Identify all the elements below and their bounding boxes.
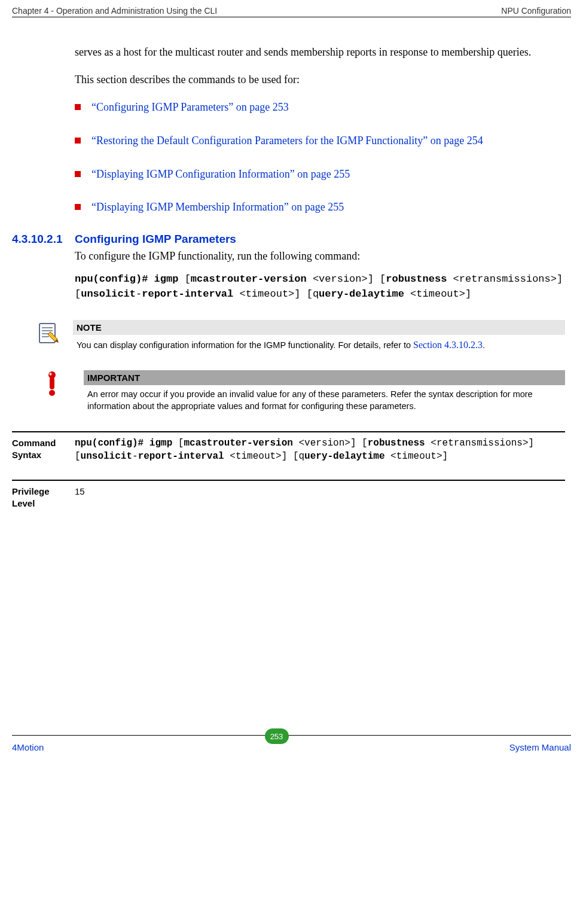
- cmd-fragment: mcastrouter-version: [191, 273, 307, 285]
- page-number-badge: 253: [265, 728, 289, 744]
- section-lead: To configure the IGMP functionality, run…: [75, 248, 565, 265]
- cmd-fragment: [: [172, 438, 184, 449]
- note-period: .: [483, 340, 485, 350]
- header-left: Chapter 4 - Operation and Administration…: [12, 6, 217, 16]
- note-link[interactable]: Section 4.3.10.2.3: [413, 340, 483, 350]
- link-text[interactable]: “Displaying IGMP Membership Information”…: [91, 199, 344, 216]
- cmd-fragment: [: [178, 273, 190, 285]
- note-title: NOTE: [73, 320, 565, 335]
- cmd-fragment: robustness: [386, 273, 447, 285]
- cmd-fragment: report-interval: [138, 451, 224, 462]
- footer-left: 4Motion: [12, 742, 44, 752]
- list-item: “Configuring IGMP Parameters” on page 25…: [75, 99, 565, 116]
- link-list: “Configuring IGMP Parameters” on page 25…: [75, 99, 565, 216]
- section-heading: 4.3.10.2.1 Configuring IGMP Parameters: [12, 233, 571, 246]
- link-text[interactable]: “Configuring IGMP Parameters” on page 25…: [91, 99, 289, 116]
- cmd-fragment: robustness: [368, 438, 425, 449]
- definition-table: Command Syntax npu(config)# igmp [mcastr…: [12, 431, 565, 526]
- bullet-icon: [75, 204, 81, 210]
- important-body: An error may occur if you provide an inv…: [84, 385, 565, 413]
- bullet-icon: [75, 138, 81, 144]
- cmd-fragment: npu(config)# igmp: [75, 438, 172, 449]
- command-syntax-value: npu(config)# igmp [mcastrouter-version <…: [75, 437, 565, 463]
- note-body: You can display configuration informatio…: [73, 335, 565, 353]
- footer-right: System Manual: [509, 742, 571, 752]
- cmd-fragment: <version>] [: [293, 438, 368, 449]
- svg-point-8: [50, 373, 52, 375]
- cmd-fragment: uery-delaytime: [319, 288, 404, 300]
- command-syntax-label: Command Syntax: [12, 437, 75, 463]
- note-callout: NOTE You can display configuration infor…: [36, 320, 565, 353]
- important-callout: IMPORTANT An error may occur if you prov…: [36, 370, 565, 413]
- command-syntax-row: Command Syntax npu(config)# igmp [mcastr…: [12, 431, 565, 480]
- intro-paragraph-1: serves as a host for the multicast route…: [75, 44, 565, 61]
- list-item: “Displaying IGMP Configuration Informati…: [75, 166, 565, 183]
- cmd-fragment: <timeout>] [q: [233, 288, 319, 300]
- list-item: “Restoring the Default Configuration Par…: [75, 133, 565, 150]
- svg-point-7: [49, 390, 55, 396]
- link-text[interactable]: “Displaying IGMP Configuration Informati…: [91, 166, 350, 183]
- cmd-fragment: -: [132, 451, 138, 462]
- cmd-fragment: <version>] [: [307, 273, 386, 285]
- cmd-fragment: uery-delaytime: [304, 451, 384, 462]
- command-example: npu(config)# igmp [mcastrouter-version <…: [75, 272, 565, 301]
- svg-rect-6: [50, 377, 54, 389]
- note-text: You can display configuration informatio…: [77, 340, 413, 350]
- list-item: “Displaying IGMP Membership Information”…: [75, 199, 565, 216]
- header-right: NPU Configuration: [501, 6, 571, 16]
- page-header: Chapter 4 - Operation and Administration…: [12, 6, 571, 17]
- section-title: Configuring IGMP Parameters: [75, 233, 236, 246]
- cmd-fragment: <timeout>] [q: [224, 451, 304, 462]
- cmd-fragment: report-interval: [142, 288, 233, 300]
- svg-rect-0: [39, 324, 55, 343]
- section-number: 4.3.10.2.1: [12, 233, 75, 246]
- link-text[interactable]: “Restoring the Default Configuration Par…: [91, 133, 483, 150]
- bullet-icon: [75, 104, 81, 110]
- cmd-fragment: <timeout>]: [385, 451, 448, 462]
- cmd-fragment: <timeout>]: [404, 288, 471, 300]
- cmd-fragment: npu(config)# igmp: [75, 273, 178, 285]
- important-icon: [36, 370, 84, 399]
- bullet-icon: [75, 171, 81, 177]
- privilege-level-value: 15: [75, 486, 565, 509]
- page-footer: 4Motion 253 System Manual: [12, 735, 571, 755]
- cmd-fragment: mcastrouter-version: [184, 438, 292, 449]
- cmd-fragment: -: [136, 288, 142, 300]
- intro-paragraph-2: This section describes the commands to b…: [75, 72, 565, 89]
- cmd-fragment: unsolicit: [81, 451, 132, 462]
- cmd-fragment: unsolicit: [81, 288, 136, 300]
- important-title: IMPORTANT: [84, 370, 565, 385]
- privilege-level-label: Privilege Level: [12, 486, 75, 509]
- page-number: 253: [270, 732, 283, 741]
- note-icon: [36, 320, 73, 347]
- privilege-level-row: Privilege Level 15: [12, 480, 565, 526]
